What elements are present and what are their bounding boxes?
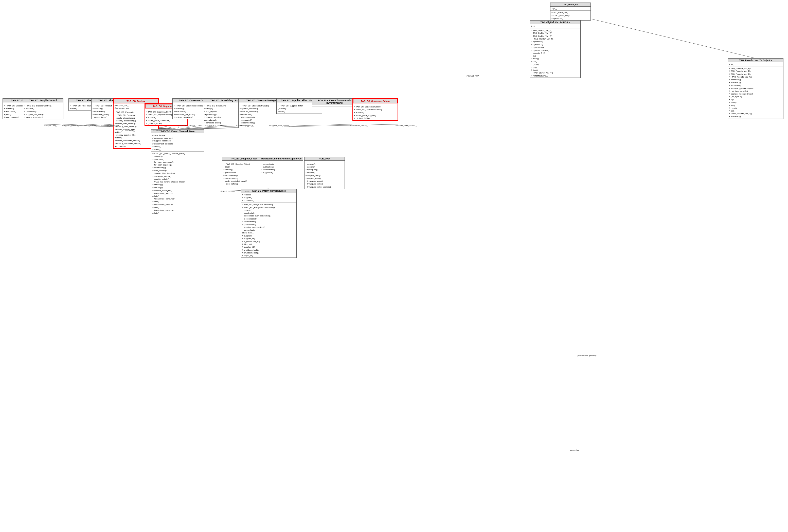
box-member: + _ptr_type const &()	[729, 90, 782, 93]
connector-label-4: #factory_	[127, 129, 135, 131]
box-member: admin()	[152, 200, 203, 203]
box-header-ace_lock: ACE_Lock	[304, 157, 344, 161]
box-member: + _decr_refcnt()	[223, 183, 264, 185]
box-member: + ~TAO_EC_ProxyPushConsumer()	[242, 206, 295, 209]
box-member: + acquire_write()	[306, 177, 343, 180]
box-member: + _ptr_type &()	[729, 95, 782, 98]
connector-label-8: #observer_strategy_	[236, 124, 254, 126]
uml-box-tao_ec_event_channel_base: TAO_EC_Event_Channel_Base# own_factory_#…	[151, 129, 204, 215]
box-member: + #factory()	[152, 186, 203, 189]
box-header-tao_ec_suppliercontrol: TAO_EC_SupplierControl	[23, 99, 63, 102]
connector-label-6: #consumer_control_	[177, 124, 196, 126]
connector-label-15: #filter_	[245, 190, 252, 192]
uml-box-tao_objref_var_t_poa: TAO_ObjRef_Var_T< POA ># ptr_+ TAO_ObjRe…	[530, 20, 580, 78]
uml-box-poa_rtaceventchanneladmin_eventchannel: POA_RtacEventChannelAdmin ::EventChannel	[312, 98, 357, 108]
box-member: + #deactivate_consumer	[152, 209, 203, 212]
box-member: + _retn()	[729, 107, 782, 109]
box-member: + create_consumer_admin()	[115, 139, 157, 142]
box-member: # object_id()	[242, 254, 295, 257]
box-member: + _retn()	[531, 63, 579, 66]
uml-box-tao_ec_proxy_push_consumer: TAO_EC_ProxyPushConsumer# refcount_# sup…	[241, 189, 297, 258]
box-member: # mutex_	[152, 145, 203, 148]
box-member: + disconnected()	[240, 116, 283, 119]
box-member: + operator T *()	[531, 52, 579, 55]
box-section-tao_ec_event_channel_base-0: # own_factory_# consumer_reconnect_# sup…	[151, 133, 204, 151]
svg-line-2	[570, 14, 755, 58]
box-member: + #deactivate_supplier	[152, 192, 203, 195]
box-member: + operator=()	[729, 78, 782, 81]
box-member: # supplier_id()	[242, 246, 295, 248]
box-member: + consumer_admin()	[152, 175, 203, 178]
connector-label-1: #supplier_control_	[62, 124, 79, 126]
box-member: + obtain_push_consumer()	[146, 119, 186, 122]
box-member: # ptr_	[531, 25, 579, 28]
box-member: + ~TAO_EC_SupplierControl()	[24, 104, 62, 107]
box-member: + ~TAO_EC_Supplier_Filter()	[223, 163, 264, 165]
box-member: + out()	[531, 60, 579, 63]
connector-label-18: publications gateway	[577, 354, 596, 357]
box-member: # shutdown_lock()	[242, 249, 295, 251]
box-member: + disconnected()	[223, 177, 264, 180]
box-member: + build()	[278, 110, 321, 113]
box-member: admin()	[152, 212, 203, 214]
box-member: + TAO_Pseudo_Var_T()	[729, 73, 782, 76]
uml-box-rtaceventchanneladmin_supplieron: RtacEventChannelAdmin SupplierOn+ connec…	[260, 157, 303, 175]
box-member: # supplier_reconnect_	[152, 139, 203, 142]
connector-label-7: #scheduling_strategy_	[205, 124, 225, 126]
connector-label-9: #supplier_filter_builder_	[269, 124, 290, 126]
box-member: and 8 more...	[242, 231, 295, 234]
box-member: + ~TAO_EC_Event_Channel_Base()	[152, 152, 203, 155]
box-member: + reconnected()	[242, 220, 295, 223]
box-member: - ~TAO_ObjRef_Var_T()	[531, 71, 579, 74]
box-member: + filter_builder()	[152, 169, 203, 172]
box-section-tao_ec_proxy_push_consumer-0: # refcount_# supplier_# connected_	[241, 193, 296, 203]
box-header-rtaceventchanneladmin_supplieron: RtacEventChannelAdmin SupplierOn	[260, 157, 303, 161]
box-member: + _default_POA()	[354, 117, 396, 120]
box-member: + is_connected()	[242, 218, 295, 220]
box-member: + is_gateway	[261, 171, 302, 174]
box-header-tao_pseudo_var_t_object: TAO_Pseudo_Var_T< Object >	[728, 59, 783, 62]
box-member: + reconnected()	[261, 168, 302, 171]
box-member: + ~TAO_EC_ConsumerAdmin()	[354, 108, 396, 111]
box-header-tao_objref_var_t_poa: TAO_ObjRef_Var_T< POA >	[530, 21, 580, 24]
box-member: + supplier_filter_builder()	[152, 172, 203, 175]
box-member: + operator=()	[531, 43, 579, 46]
box-member: + ~TAO_Pseudo_Var_T()	[729, 112, 782, 115]
box-member: + operator=()	[551, 17, 590, 20]
box-member: # ptr_	[551, 7, 590, 10]
box-member: # supplier_id()	[242, 237, 295, 240]
box-member: + destroy_supplier_filter	[115, 134, 157, 136]
box-member: + operator=()	[729, 81, 782, 84]
box-member: # shutdown_lock()	[242, 251, 295, 254]
box-member: + operator typesafe Object	[729, 93, 782, 95]
box-member: + activate()	[354, 111, 396, 114]
box-section-tao_ec_event_channel_base-1: + ~TAO_EC_Event_Channel_Base()+ activate…	[151, 151, 204, 215]
box-section-tao_objref_var_t_poa-1: + TAO_ObjRef_Var_T()+ TAO_ObjRef_Var_T()…	[530, 28, 580, 78]
box-section-tao_base_var-1: + TAO_Base_var()+ ~TAO_Base_var()+ opera…	[550, 11, 591, 20]
connector-label-2: #filter_builder_	[84, 124, 97, 126]
box-member: admin()	[152, 195, 203, 198]
box-section-poa_rtaceventchanneladmin_eventchannel-1	[312, 106, 357, 108]
box-member: + #TAO_EC_Event_Channel_Base()	[152, 181, 203, 183]
box-member: + publications	[223, 171, 264, 174]
box-member: + #create_strategies()	[152, 189, 203, 192]
box-member: + publications	[261, 165, 302, 168]
box-member: + out()	[729, 104, 782, 107]
box-member: + connected()	[261, 163, 302, 165]
box-member: + unbind()	[223, 168, 264, 171]
box-member: + inout()	[729, 101, 782, 104]
uml-box-tao_ec_supplier_filter: TAO_EC_Supplier_Filter+ ~TAO_EC_Supplier…	[222, 157, 265, 186]
box-member: + operator->()	[729, 84, 782, 87]
box-member: + for_each_supplier()	[152, 163, 203, 166]
box-member: + acquire_read()	[306, 174, 343, 177]
box-member: # consumer_reconnect_	[152, 137, 203, 139]
box-member: + ptr()	[531, 66, 579, 69]
box-member: + system_exception()	[24, 116, 62, 119]
box-section-tao_ec_suppliercontrol-1: + ~TAO_EC_SupplierControl()+ activate()+…	[23, 104, 63, 119]
box-member: + tryacquire_read()	[306, 180, 343, 183]
box-member: + in()	[729, 98, 782, 101]
box-member: + in()	[531, 55, 579, 57]
box-member: builder()	[115, 131, 157, 134]
connector-label-16: #poa_	[264, 190, 269, 192]
box-member: # supplier_	[242, 196, 295, 199]
